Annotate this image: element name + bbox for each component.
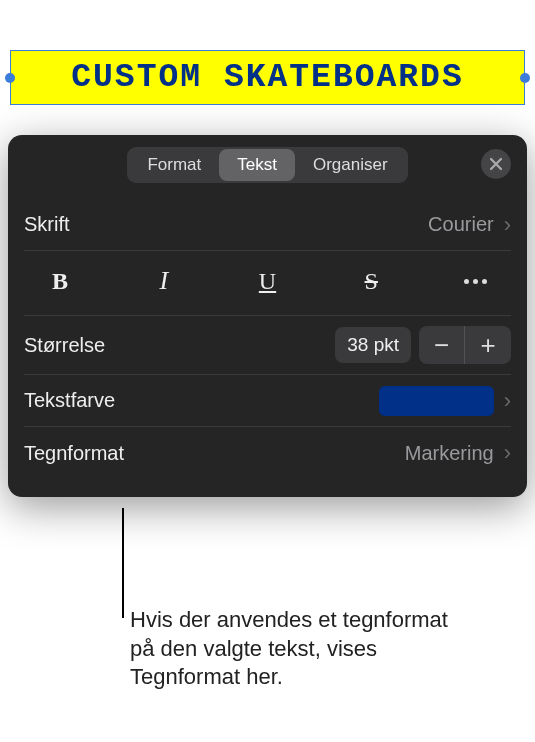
callout-text: Hvis der anvendes et tegnformat på den v… [130,606,460,692]
chevron-right-icon: › [504,214,511,236]
tab-text[interactable]: Tekst [219,149,295,181]
panel-tabs: Format Tekst Organiser [127,147,407,183]
more-icon [464,279,487,284]
close-icon [489,157,503,171]
character-format-row[interactable]: Tegnformat Markering › [24,427,511,479]
panel-header: Format Tekst Organiser [8,135,527,193]
document-canvas: CUSTOM SKATEBOARDS [0,0,535,135]
callout-leader-line [122,508,124,618]
character-format-label: Tegnformat [24,442,124,465]
size-row: Størrelse 38 pkt − + [24,316,511,375]
character-format-value: Markering [405,442,494,465]
tab-format[interactable]: Format [129,149,219,181]
size-increase-button[interactable]: + [465,326,511,364]
resize-handle-right[interactable] [520,73,530,83]
sample-text[interactable]: CUSTOM SKATEBOARDS [71,59,463,96]
selected-text-box[interactable]: CUSTOM SKATEBOARDS [10,50,525,105]
bold-button[interactable]: B [24,261,96,301]
italic-button[interactable]: I [128,261,200,301]
strikethrough-button[interactable]: S [335,261,407,301]
format-panel: Format Tekst Organiser Skrift Courier › … [8,135,527,497]
size-value[interactable]: 38 pkt [335,327,411,363]
text-style-row: B I U S [24,251,511,316]
text-color-label: Tekstfarve [24,389,115,412]
resize-handle-left[interactable] [5,73,15,83]
size-stepper: − + [419,326,511,364]
panel-body: Skrift Courier › B I U S Størrelse 38 pk… [8,193,527,497]
text-color-row[interactable]: Tekstfarve › [24,375,511,427]
size-decrease-button[interactable]: − [419,326,465,364]
font-row[interactable]: Skrift Courier › [24,199,511,251]
size-label: Størrelse [24,334,105,357]
text-color-swatch[interactable] [379,386,494,416]
more-styles-button[interactable] [439,261,511,301]
tab-organize[interactable]: Organiser [295,149,406,181]
chevron-right-icon: › [504,442,511,464]
underline-button[interactable]: U [232,261,304,301]
font-label: Skrift [24,213,70,236]
chevron-right-icon: › [504,390,511,412]
font-value: Courier [428,213,494,236]
close-button[interactable] [481,149,511,179]
